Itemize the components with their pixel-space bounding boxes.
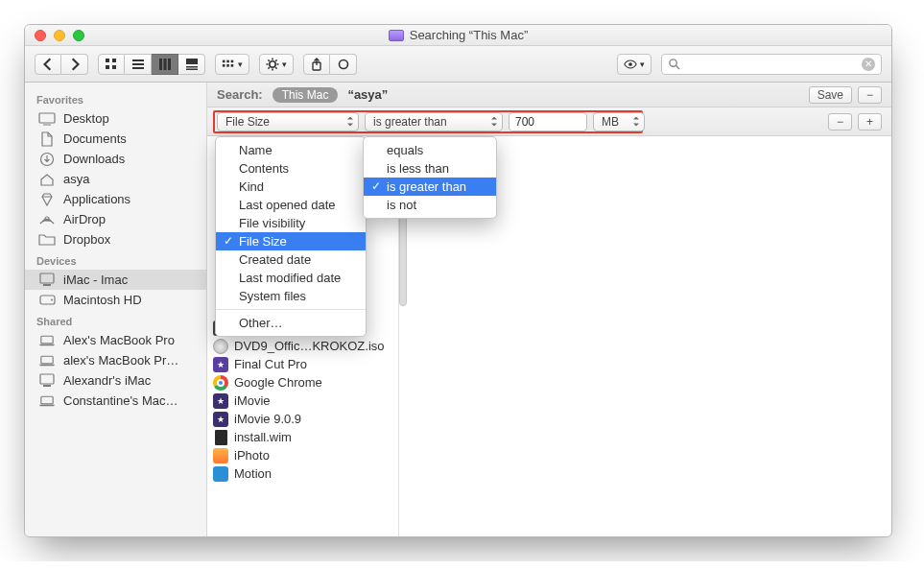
menu-item[interactable]: File Size: [216, 232, 366, 250]
clear-search-button[interactable]: ✕: [862, 58, 875, 71]
criteria-unit-select[interactable]: MB: [593, 112, 645, 131]
sidebar-item[interactable]: alex's MacBook Pr…: [25, 350, 206, 370]
criteria-value-input[interactable]: [509, 112, 587, 131]
search-icon: [668, 58, 680, 70]
menu-item[interactable]: equals: [364, 141, 496, 159]
menu-item[interactable]: is greater than: [364, 178, 496, 196]
sidebar-item[interactable]: asya: [25, 169, 206, 189]
save-search-button[interactable]: Save: [809, 86, 852, 104]
sidebar-item[interactable]: iMac - Imac: [25, 270, 206, 290]
arrange-button[interactable]: ▾: [215, 54, 249, 75]
svg-rect-7: [159, 59, 162, 70]
result-row[interactable]: ★iMovie: [207, 392, 398, 410]
sidebar-item[interactable]: Downloads: [25, 149, 206, 169]
search-field[interactable]: ✕: [661, 54, 882, 75]
menu-item[interactable]: Last modified date: [216, 269, 366, 287]
forward-button[interactable]: [61, 54, 88, 75]
svg-rect-12: [186, 68, 198, 70]
computer-icon: [38, 273, 56, 287]
sidebar-item-label: Desktop: [63, 111, 109, 126]
desktop-icon: [38, 112, 56, 126]
minimize-window-button[interactable]: [54, 30, 65, 41]
tags-button[interactable]: [330, 54, 357, 75]
sidebar-item-label: Macintosh HD: [63, 293, 142, 307]
menu-item[interactable]: Kind: [216, 178, 366, 196]
svg-rect-39: [43, 284, 51, 286]
menu-item-other[interactable]: Other…: [216, 314, 366, 332]
svg-line-24: [268, 59, 269, 60]
file-icon: [213, 375, 228, 391]
svg-rect-9: [168, 59, 171, 70]
sidebar-item[interactable]: Macintosh HD: [25, 290, 206, 310]
sidebar-item-label: Constantine's Mac…: [63, 393, 178, 408]
back-button[interactable]: [35, 54, 61, 75]
result-row[interactable]: Motion: [207, 464, 398, 483]
sidebar-item-label: AirDrop: [63, 212, 106, 226]
scope-this-mac[interactable]: This Mac: [272, 87, 339, 103]
menu-item[interactable]: Created date: [216, 250, 366, 269]
svg-rect-38: [40, 273, 54, 283]
result-row[interactable]: ★iMovie 9.0.9: [207, 410, 398, 428]
window-controls: [25, 30, 84, 41]
sidebar-item[interactable]: AirDrop: [25, 209, 206, 229]
quicklook-button[interactable]: ▾: [617, 54, 652, 75]
menu-item[interactable]: Last opened date: [216, 196, 366, 214]
file-icon: ★: [213, 357, 228, 372]
svg-rect-4: [132, 59, 144, 61]
menu-item[interactable]: Name: [216, 141, 366, 159]
share-button[interactable]: [303, 54, 330, 75]
result-row[interactable]: Google Chrome: [207, 373, 398, 392]
file-icon: [213, 339, 228, 354]
sidebar-item-label: Documents: [63, 131, 127, 146]
column-view-button[interactable]: [152, 54, 178, 75]
sidebar-item-label: asya: [63, 172, 89, 186]
airdrop-icon: [38, 213, 56, 226]
menu-item[interactable]: System files: [216, 287, 366, 305]
file-icon: [213, 448, 228, 463]
sidebar-item[interactable]: Desktop: [25, 108, 206, 129]
svg-rect-5: [132, 63, 144, 65]
criteria-attribute-select[interactable]: File Size: [217, 112, 359, 131]
svg-rect-11: [186, 66, 198, 68]
menu-item[interactable]: Contents: [216, 159, 366, 178]
sidebar-item-label: Alex's MacBook Pro: [63, 333, 175, 347]
sidebar-header: Devices: [25, 249, 206, 270]
svg-rect-8: [163, 59, 166, 70]
sidebar-item[interactable]: Dropbox: [25, 229, 206, 249]
action-button[interactable]: ▾: [259, 54, 294, 75]
zoom-window-button[interactable]: [73, 30, 84, 41]
scope-label: Search:: [217, 87, 263, 102]
laptop-icon: [38, 354, 56, 368]
coverflow-view-button[interactable]: [178, 54, 205, 75]
sidebar: FavoritesDesktopDocumentsDownloadsasyaAp…: [25, 83, 207, 536]
sidebar-item[interactable]: Constantine's Mac…: [25, 391, 206, 411]
list-view-button[interactable]: [125, 54, 152, 75]
result-row[interactable]: ★Final Cut Pro: [207, 355, 398, 373]
svg-line-25: [275, 67, 276, 68]
sidebar-header: Shared: [25, 310, 206, 330]
svg-rect-13: [223, 59, 225, 62]
criteria-comparator-select[interactable]: is greater than: [365, 112, 503, 131]
sidebar-item[interactable]: Applications: [25, 189, 206, 209]
file-name: iMovie 9.0.9: [234, 412, 301, 426]
menu-item[interactable]: File visibility: [216, 214, 366, 232]
remove-criteria-button[interactable]: −: [858, 86, 882, 104]
svg-point-19: [270, 60, 275, 66]
criteria-remove-button[interactable]: −: [828, 113, 852, 131]
sidebar-item[interactable]: Alexandr's iMac: [25, 370, 206, 391]
menu-item[interactable]: is not: [364, 196, 496, 214]
file-icon: ★: [213, 393, 228, 409]
svg-point-30: [628, 62, 632, 66]
result-row[interactable]: install.wim: [207, 428, 398, 446]
result-row[interactable]: iPhoto: [207, 446, 398, 464]
result-row[interactable]: DVD9_Offic…KROKOZ.iso: [207, 337, 398, 355]
criteria-add-button[interactable]: +: [858, 113, 882, 131]
sidebar-item[interactable]: Alex's MacBook Pro: [25, 330, 206, 350]
menu-item[interactable]: is less than: [364, 159, 496, 178]
icon-view-button[interactable]: [98, 54, 125, 75]
file-name: Motion: [234, 466, 272, 481]
svg-line-26: [268, 67, 269, 68]
close-window-button[interactable]: [35, 30, 46, 41]
sidebar-item[interactable]: Documents: [25, 129, 206, 149]
scope-location[interactable]: “asya”: [347, 87, 388, 102]
